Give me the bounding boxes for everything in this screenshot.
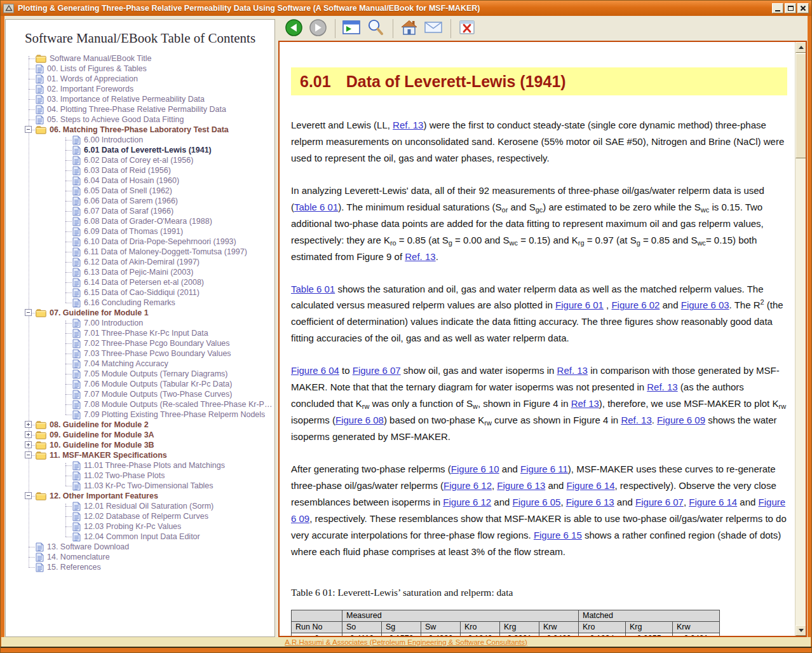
- content-link[interactable]: Figure 6 04: [291, 365, 339, 376]
- toc-item[interactable]: 12.04 Common Input Data Editor: [55, 532, 274, 542]
- toc-item[interactable]: 11.02 Two-Phase Plots: [55, 471, 274, 481]
- content-link[interactable]: Ref. 13: [557, 365, 588, 376]
- content-link[interactable]: Ref. 13: [621, 415, 651, 425]
- toc-item[interactable]: 11. MSF-MAKER Specifications: [18, 450, 274, 460]
- toc-item[interactable]: 6.02 Data of Corey et-al (1956): [55, 155, 274, 165]
- toc-item[interactable]: 6.10 Data of Dria-Pope-Sepehrnoori (1993…: [55, 237, 274, 247]
- maximize-button[interactable]: [785, 3, 796, 13]
- content-link[interactable]: Figure 6 08: [335, 415, 384, 425]
- status-link[interactable]: A.R.Hasumi & Associates (Petroleum Engin…: [285, 638, 527, 646]
- content-link[interactable]: Ref. 13: [405, 251, 435, 262]
- content-link[interactable]: Table 6 01: [291, 284, 335, 294]
- exit-button[interactable]: [456, 18, 478, 39]
- toc-item[interactable]: 6.07 Data of Saraf (1966): [55, 206, 274, 216]
- toc-item[interactable]: 05. Steps to Achieve Good Data Fitting: [18, 114, 274, 125]
- collapse-box-icon[interactable]: [25, 451, 32, 458]
- toc-item[interactable]: 11.01 Three-Phase Plots and Matchings: [55, 460, 274, 471]
- content-link[interactable]: Ref 13: [571, 398, 599, 409]
- content-link[interactable]: Figure 6 01: [555, 299, 604, 310]
- content-link[interactable]: Figure 6 07: [635, 497, 684, 507]
- toc-item[interactable]: 01. Words of Appreciation: [18, 74, 274, 84]
- content-link[interactable]: Figure 6 10: [451, 464, 499, 474]
- toc-item[interactable]: 6.15 Data of Cao-Siddiqui (2011): [55, 287, 274, 298]
- content-link[interactable]: Ref. 13: [393, 120, 423, 130]
- scroll-down-button[interactable]: [795, 625, 806, 636]
- content-link[interactable]: Figure 6 15: [534, 530, 582, 540]
- toc-item[interactable]: 03. Importance of Relative Permeability …: [18, 94, 274, 104]
- content-link[interactable]: Figure 6 12: [443, 497, 491, 507]
- toc-item[interactable]: Software Manual/EBook Title: [18, 53, 274, 64]
- content-link[interactable]: Figure 6 05: [513, 497, 561, 507]
- toc-item[interactable]: 07. Guideline for Module 1: [18, 308, 274, 318]
- toc-item[interactable]: 7.03 Three-Phase Pcwo Boundary Values: [55, 348, 274, 359]
- toc-item[interactable]: 6.06 Data of Sarem (1966): [55, 196, 274, 206]
- content-link[interactable]: Figure 6 12: [443, 480, 492, 491]
- email-button[interactable]: [422, 18, 445, 39]
- scrollbar[interactable]: [795, 42, 806, 636]
- toc-item[interactable]: 06. Matching Three-Phase Laboratory Test…: [18, 125, 274, 135]
- content-link[interactable]: Figure 6 13: [497, 480, 545, 491]
- back-button[interactable]: [282, 18, 305, 39]
- content-link[interactable]: Figure 6 11: [520, 464, 568, 474]
- toc-item[interactable]: 04. Plotting Three-Phase Relative Permab…: [18, 104, 274, 114]
- forward-button[interactable]: [306, 18, 329, 39]
- toc-item[interactable]: 6.16 Concluding Remarks: [55, 298, 274, 308]
- scroll-up-button[interactable]: [795, 42, 806, 53]
- content-link[interactable]: Figure 6 14: [689, 497, 737, 507]
- toc-item[interactable]: 6.08 Data of Grader-O'Meara (1988): [55, 216, 274, 226]
- toc-item[interactable]: 6.11 Data of Maloney-Doggett-Tomutsa (19…: [55, 247, 274, 257]
- toc-item[interactable]: 6.04 Data of Hosain (1960): [55, 175, 274, 186]
- toc-item[interactable]: 7.09 Plotting Existing Three-Phase Relpe…: [55, 409, 274, 420]
- home-button[interactable]: [398, 18, 421, 39]
- toc-item[interactable]: 12. Other Important Features: [18, 491, 274, 501]
- expand-box-icon[interactable]: [25, 441, 32, 448]
- toc-item[interactable]: 08. Guideline for Module 2: [18, 420, 274, 430]
- toc-item[interactable]: 7.01 Three-Phase Kr-Pc Input Data: [55, 328, 274, 338]
- toc-item[interactable]: 14. Nomenclature: [18, 552, 274, 562]
- toc-item[interactable]: 7.04 Matching Accuracy: [55, 359, 274, 369]
- toc-item[interactable]: 6.05 Data of Snell (1962): [55, 186, 274, 196]
- toc-item[interactable]: 7.07 Module Outputs (Two-Phase Curves): [55, 389, 274, 399]
- scroll-thumb[interactable]: [795, 53, 806, 158]
- content-link[interactable]: Figure 6 14: [567, 480, 615, 491]
- content-link[interactable]: Figure 6 13: [566, 497, 614, 507]
- expand-box-icon[interactable]: [25, 421, 32, 428]
- search-button[interactable]: [364, 18, 387, 39]
- content-link[interactable]: Figure 6 03: [681, 299, 729, 310]
- toc-item[interactable]: 6.13 Data of Pejic-Maini (2003): [55, 267, 274, 277]
- toc-item[interactable]: 12.03 Probing Kr-Pc Values: [55, 521, 274, 532]
- toc-item[interactable]: 12.01 Residual Oil Saturation (Sorm): [55, 501, 274, 511]
- content-link[interactable]: Figure 6 02: [611, 299, 660, 310]
- toc-item[interactable]: 02. Important Forewords: [18, 84, 274, 94]
- toc-item[interactable]: 6.12 Data of Akin-Demiral (1997): [55, 257, 274, 267]
- content-link[interactable]: Figure 6 09: [657, 415, 705, 425]
- toc-item[interactable]: 15. References: [18, 562, 274, 572]
- toc-item[interactable]: 6.14 Data of Petersen et-al (2008): [55, 277, 274, 287]
- toc-item[interactable]: 7.02 Three-Phase Pcgo Boundary Values: [55, 338, 274, 348]
- expand-box-icon[interactable]: [25, 431, 32, 438]
- toc-item[interactable]: 00. Lists of Figures & Tables: [18, 64, 274, 74]
- toc-item[interactable]: 12.02 Database of Relperm Curves: [55, 511, 274, 521]
- toc-item[interactable]: 6.09 Data of Thomas (1991): [55, 226, 274, 237]
- toc-item[interactable]: 6.03 Data of Reid (1956): [55, 165, 274, 175]
- toc-item[interactable]: 7.08 Module Outputs (Re-scaled Three-Pha…: [55, 399, 274, 409]
- close-button[interactable]: [797, 3, 809, 13]
- toc-item[interactable]: 6.00 Introduction: [55, 135, 274, 145]
- toc-item[interactable]: 6.01 Data of Leverett-Lewis (1941): [55, 145, 274, 155]
- content-link[interactable]: Ref. 13: [647, 381, 677, 392]
- toc-item[interactable]: 10. Guideline for Module 3B: [18, 440, 274, 450]
- doc-icon: [72, 369, 81, 379]
- toc-item[interactable]: 09. Guideline for Module 3A: [18, 430, 274, 440]
- toc-item[interactable]: 11.03 Kr-Pc Two-Dimensional Tables: [55, 481, 274, 491]
- collapse-box-icon[interactable]: [25, 126, 32, 133]
- toc-item[interactable]: 7.00 Introduction: [55, 318, 274, 328]
- toc-item[interactable]: 7.05 Module Outputs (Ternary Diagrams): [55, 369, 274, 379]
- content-link[interactable]: Figure 6 07: [353, 365, 401, 376]
- toc-item[interactable]: 7.06 Module Outputs (Tabular Kr-Pc Data): [55, 379, 274, 389]
- minimize-button[interactable]: [772, 3, 783, 13]
- toggle-pane-button[interactable]: [340, 18, 363, 39]
- toc-item[interactable]: 13. Software Download: [18, 542, 274, 552]
- collapse-box-icon[interactable]: [25, 309, 32, 316]
- collapse-box-icon[interactable]: [25, 492, 32, 499]
- content-link[interactable]: Table 6 01: [294, 202, 338, 212]
